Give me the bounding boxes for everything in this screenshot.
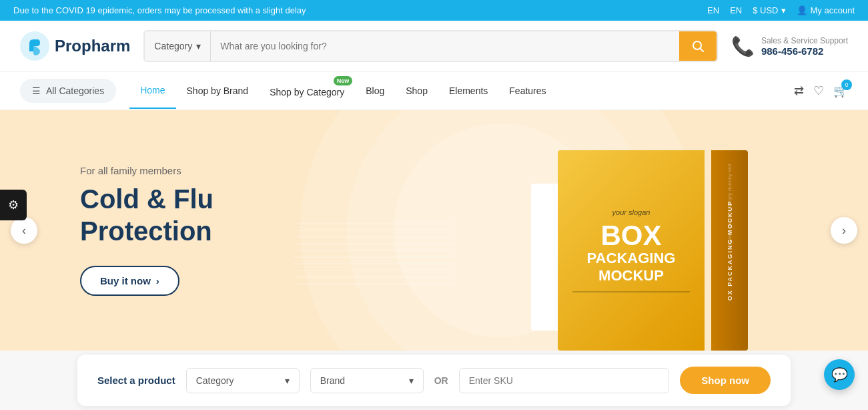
product-selector-wrapper: Select a product Category ▾ Brand ▾ OR S… (0, 351, 868, 410)
settings-icon: ⚙ (8, 198, 19, 212)
nav-link-home[interactable]: Home (129, 73, 175, 109)
sku-input[interactable] (459, 368, 670, 393)
search-button[interactable] (679, 31, 717, 61)
language-selector[interactable]: EN (707, 5, 719, 15)
your-slogan: your slogan (612, 208, 650, 216)
logo-text: Propharm (55, 37, 130, 55)
top-bar-right: EN EN $ USD ▾ 👤 My account (707, 5, 855, 15)
header: Propharm Category ▾ 📞 Sales & Service Su… (0, 21, 868, 72)
or-label: OR (434, 375, 448, 386)
cart-badge: 0 (841, 79, 852, 90)
nav-link-shop-by-category[interactable]: New Shop by Category (259, 72, 355, 110)
svg-line-2 (700, 49, 703, 52)
box-label-1: BOX (600, 222, 661, 250)
hero-product-illustration: Your logo your slogan BOX PACKAGING MOCK… (558, 124, 748, 351)
account-link[interactable]: 👤 My account (797, 5, 855, 15)
support-phone: 986-456-6782 (761, 45, 848, 57)
box-label-2: PACKAGING (587, 250, 676, 267)
nav-links: Home Shop by Brand New Shop by Category … (129, 72, 794, 110)
product-selector-bar: Select a product Category ▾ Brand ▾ OR S… (77, 355, 791, 406)
hero-cta-button[interactable]: Buy it now › (80, 266, 179, 296)
search-input[interactable] (211, 31, 679, 61)
search-category-dropdown[interactable]: Category ▾ (145, 31, 211, 61)
phone-icon: 📞 (731, 35, 755, 57)
hero-section: For all family members Cold & Flu Protec… (0, 110, 868, 351)
support-label: Sales & Service Support (761, 36, 848, 45)
new-badge: New (334, 76, 353, 85)
chat-icon: 💬 (831, 367, 848, 383)
nav-link-shop-by-brand[interactable]: Shop by Brand (176, 73, 260, 108)
lorem-text: Lorem ipsum is simply dummy text (727, 164, 733, 246)
search-icon (691, 39, 705, 53)
wishlist-button[interactable]: ♡ (813, 83, 824, 98)
nav-link-shop[interactable]: Shop (395, 73, 438, 108)
shop-now-button[interactable]: Shop now (680, 367, 771, 394)
hamburger-icon: ☰ (32, 85, 41, 96)
hero-subtitle: For all family members (80, 165, 213, 176)
chat-button[interactable]: 💬 (824, 359, 855, 390)
hero-title: Cold & Flu Protection (80, 183, 213, 247)
cart-button[interactable]: 🛒 0 (833, 83, 848, 98)
category-dropdown[interactable]: Category ▾ (186, 368, 300, 393)
slider-prev-button[interactable]: ‹ (11, 217, 37, 244)
lang-label[interactable]: EN (730, 5, 742, 15)
top-bar-notice: Due to the COVID 19 epidemic, orders may… (13, 5, 306, 15)
slider-next-button[interactable]: › (831, 217, 857, 244)
settings-panel[interactable]: ⚙ (0, 190, 27, 220)
support-section: 📞 Sales & Service Support 986-456-6782 (731, 35, 848, 57)
nav-link-features[interactable]: Features (498, 73, 556, 108)
currency-selector[interactable]: $ USD ▾ (753, 5, 785, 15)
logo-icon (20, 31, 49, 61)
search-bar: Category ▾ (143, 30, 718, 62)
logo[interactable]: Propharm (20, 31, 130, 61)
all-categories-button[interactable]: ☰ All Categories (20, 79, 116, 103)
nav-actions: ⇄ ♡ 🛒 0 (794, 83, 848, 98)
selector-label: Select a product (97, 375, 175, 386)
box-label-3: MOCKUP (598, 267, 664, 284)
brand-dropdown[interactable]: Brand ▾ (310, 368, 424, 393)
compare-button[interactable]: ⇄ (794, 83, 804, 98)
top-bar: Due to the COVID 19 epidemic, orders may… (0, 0, 868, 21)
nav-link-elements[interactable]: Elements (438, 73, 498, 108)
main-nav: ☰ All Categories Home Shop by Brand New … (0, 72, 868, 110)
nav-link-blog[interactable]: Blog (355, 73, 395, 108)
